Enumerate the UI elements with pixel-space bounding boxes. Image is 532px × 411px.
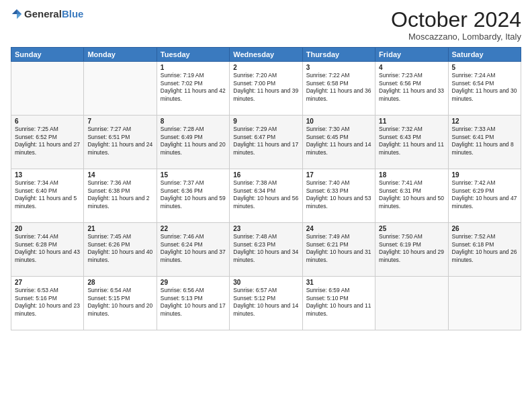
calendar-cell: 29Sunrise: 6:56 AM Sunset: 5:13 PM Dayli…	[157, 277, 229, 330]
day-header-monday: Monday	[84, 48, 157, 62]
calendar-cell: 31Sunrise: 6:59 AM Sunset: 5:10 PM Dayli…	[302, 277, 375, 330]
day-content: Sunrise: 7:23 AM Sunset: 6:56 PM Dayligh…	[379, 72, 444, 103]
day-number: 1	[161, 64, 226, 71]
day-content: Sunrise: 7:44 AM Sunset: 6:28 PM Dayligh…	[15, 233, 80, 264]
day-content: Sunrise: 6:54 AM Sunset: 5:15 PM Dayligh…	[87, 287, 152, 318]
day-number: 17	[306, 171, 371, 179]
day-number: 21	[87, 225, 152, 232]
calendar-cell	[84, 62, 157, 116]
calendar-table: SundayMondayTuesdayWednesdayThursdayFrid…	[11, 47, 521, 330]
calendar-cell: 14Sunrise: 7:36 AM Sunset: 6:38 PM Dayli…	[84, 169, 157, 223]
day-content: Sunrise: 7:46 AM Sunset: 6:24 PM Dayligh…	[161, 233, 226, 264]
day-number: 29	[161, 279, 226, 286]
calendar-cell: 16Sunrise: 7:38 AM Sunset: 6:34 PM Dayli…	[230, 169, 302, 223]
day-number: 28	[87, 279, 152, 286]
day-number: 9	[233, 118, 298, 125]
calendar-week-5: 27Sunrise: 6:53 AM Sunset: 5:16 PM Dayli…	[11, 277, 521, 330]
day-content: Sunrise: 7:24 AM Sunset: 6:54 PM Dayligh…	[452, 72, 517, 103]
day-number: 18	[379, 171, 444, 179]
calendar-cell: 9Sunrise: 7:29 AM Sunset: 6:47 PM Daylig…	[230, 116, 302, 169]
day-content: Sunrise: 7:37 AM Sunset: 6:36 PM Dayligh…	[161, 179, 226, 210]
month-title: October 2024	[391, 8, 521, 32]
day-number: 6	[15, 118, 80, 125]
day-content: Sunrise: 7:20 AM Sunset: 7:00 PM Dayligh…	[233, 72, 298, 103]
header: GeneralBlue October 2024 Moscazzano, Lom…	[11, 8, 521, 42]
calendar-cell: 6Sunrise: 7:25 AM Sunset: 6:52 PM Daylig…	[11, 116, 84, 169]
title-area: October 2024 Moscazzano, Lombardy, Italy	[391, 8, 521, 42]
calendar-cell: 5Sunrise: 7:24 AM Sunset: 6:54 PM Daylig…	[448, 62, 521, 116]
day-content: Sunrise: 6:59 AM Sunset: 5:10 PM Dayligh…	[306, 287, 371, 318]
calendar-cell: 12Sunrise: 7:33 AM Sunset: 6:41 PM Dayli…	[448, 116, 521, 169]
calendar-cell: 30Sunrise: 6:57 AM Sunset: 5:12 PM Dayli…	[230, 277, 302, 330]
day-content: Sunrise: 7:29 AM Sunset: 6:47 PM Dayligh…	[233, 126, 298, 156]
day-number: 15	[161, 171, 226, 179]
day-number: 4	[379, 64, 444, 71]
day-content: Sunrise: 6:57 AM Sunset: 5:12 PM Dayligh…	[233, 287, 298, 318]
calendar-week-4: 20Sunrise: 7:44 AM Sunset: 6:28 PM Dayli…	[11, 223, 521, 277]
day-number: 25	[379, 225, 444, 232]
day-number: 31	[306, 279, 371, 286]
calendar-cell: 4Sunrise: 7:23 AM Sunset: 6:56 PM Daylig…	[375, 62, 448, 116]
calendar-cell: 17Sunrise: 7:40 AM Sunset: 6:33 PM Dayli…	[302, 169, 375, 223]
calendar-cell: 28Sunrise: 6:54 AM Sunset: 5:15 PM Dayli…	[84, 277, 157, 330]
calendar-cell: 25Sunrise: 7:50 AM Sunset: 6:19 PM Dayli…	[375, 223, 448, 277]
day-number: 3	[306, 64, 371, 71]
svg-marker-2	[12, 9, 17, 14]
day-content: Sunrise: 7:45 AM Sunset: 6:26 PM Dayligh…	[87, 233, 152, 264]
calendar-cell: 7Sunrise: 7:27 AM Sunset: 6:51 PM Daylig…	[84, 116, 157, 169]
day-number: 24	[306, 225, 371, 232]
calendar-cell: 3Sunrise: 7:22 AM Sunset: 6:58 PM Daylig…	[302, 62, 375, 116]
day-content: Sunrise: 7:32 AM Sunset: 6:43 PM Dayligh…	[379, 126, 444, 156]
day-content: Sunrise: 7:33 AM Sunset: 6:41 PM Dayligh…	[452, 126, 517, 156]
day-number: 7	[87, 118, 152, 125]
day-number: 8	[161, 118, 226, 125]
day-content: Sunrise: 7:40 AM Sunset: 6:33 PM Dayligh…	[306, 179, 371, 210]
calendar-body: 1Sunrise: 7:19 AM Sunset: 7:02 PM Daylig…	[11, 62, 521, 330]
day-number: 2	[233, 64, 298, 71]
day-content: Sunrise: 7:38 AM Sunset: 6:34 PM Dayligh…	[233, 179, 298, 210]
day-content: Sunrise: 6:56 AM Sunset: 5:13 PM Dayligh…	[161, 287, 226, 318]
day-number: 13	[15, 171, 80, 179]
calendar-cell: 19Sunrise: 7:42 AM Sunset: 6:29 PM Dayli…	[448, 169, 521, 223]
day-header-sunday: Sunday	[11, 48, 84, 62]
day-number: 27	[15, 279, 80, 286]
page: GeneralBlue October 2024 Moscazzano, Lom…	[0, 0, 532, 411]
day-content: Sunrise: 7:49 AM Sunset: 6:21 PM Dayligh…	[306, 233, 371, 264]
calendar-cell: 11Sunrise: 7:32 AM Sunset: 6:43 PM Dayli…	[375, 116, 448, 169]
day-content: Sunrise: 7:36 AM Sunset: 6:38 PM Dayligh…	[87, 179, 152, 210]
day-number: 10	[306, 118, 371, 125]
logo-icon	[11, 8, 23, 20]
calendar-cell: 27Sunrise: 6:53 AM Sunset: 5:16 PM Dayli…	[11, 277, 84, 330]
calendar-cell: 23Sunrise: 7:48 AM Sunset: 6:23 PM Dayli…	[230, 223, 302, 277]
calendar-cell: 15Sunrise: 7:37 AM Sunset: 6:36 PM Dayli…	[157, 169, 229, 223]
day-content: Sunrise: 7:28 AM Sunset: 6:49 PM Dayligh…	[161, 126, 226, 156]
day-header-friday: Friday	[375, 48, 448, 62]
calendar-cell: 18Sunrise: 7:41 AM Sunset: 6:31 PM Dayli…	[375, 169, 448, 223]
day-header-saturday: Saturday	[448, 48, 521, 62]
day-content: Sunrise: 7:27 AM Sunset: 6:51 PM Dayligh…	[87, 126, 152, 156]
calendar-cell: 22Sunrise: 7:46 AM Sunset: 6:24 PM Dayli…	[157, 223, 229, 277]
day-header-tuesday: Tuesday	[157, 48, 229, 62]
day-number: 19	[452, 171, 517, 179]
logo-general: General	[24, 8, 62, 19]
day-number: 12	[452, 118, 517, 125]
calendar-cell: 13Sunrise: 7:34 AM Sunset: 6:40 PM Dayli…	[11, 169, 84, 223]
day-content: Sunrise: 7:22 AM Sunset: 6:58 PM Dayligh…	[306, 72, 371, 103]
calendar-cell: 2Sunrise: 7:20 AM Sunset: 7:00 PM Daylig…	[230, 62, 302, 116]
day-header-wednesday: Wednesday	[230, 48, 302, 62]
day-number: 20	[15, 225, 80, 232]
day-number: 22	[161, 225, 226, 232]
day-content: Sunrise: 7:52 AM Sunset: 6:18 PM Dayligh…	[452, 233, 517, 264]
calendar-cell: 20Sunrise: 7:44 AM Sunset: 6:28 PM Dayli…	[11, 223, 84, 277]
day-number: 14	[87, 171, 152, 179]
calendar-cell: 26Sunrise: 7:52 AM Sunset: 6:18 PM Dayli…	[448, 223, 521, 277]
svg-marker-0	[17, 9, 21, 14]
calendar-header-row: SundayMondayTuesdayWednesdayThursdayFrid…	[11, 48, 521, 62]
day-content: Sunrise: 7:34 AM Sunset: 6:40 PM Dayligh…	[15, 179, 80, 210]
day-content: Sunrise: 6:53 AM Sunset: 5:16 PM Dayligh…	[15, 287, 80, 318]
calendar-week-3: 13Sunrise: 7:34 AM Sunset: 6:40 PM Dayli…	[11, 169, 521, 223]
day-number: 23	[233, 225, 298, 232]
calendar-cell	[448, 277, 521, 330]
day-number: 5	[452, 64, 517, 71]
calendar-cell: 21Sunrise: 7:45 AM Sunset: 6:26 PM Dayli…	[84, 223, 157, 277]
